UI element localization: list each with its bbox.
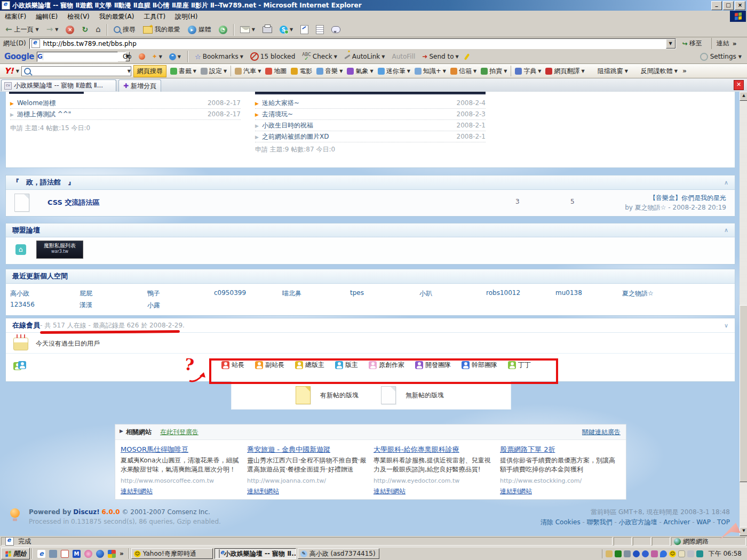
yahoo-antispyware-button[interactable]: 反間諜軟體▼ [631, 66, 679, 77]
google-go-button[interactable]: Go [121, 52, 134, 61]
collapse-chevron-icon[interactable]: ∧ [724, 179, 728, 186]
quicklaunch-icon[interactable] [96, 550, 104, 558]
start-button[interactable]: 開始 [1, 548, 30, 559]
clear-cookies-link[interactable]: 清除 Cookies [541, 518, 581, 526]
google-search-field[interactable]: G ▼ [37, 52, 118, 62]
user-space-link[interactable]: tpes [350, 289, 364, 297]
close-button[interactable] [735, 1, 745, 10]
scroll-down-button[interactable]: ▼ [740, 527, 747, 536]
thread-link[interactable]: 去清境玩~ [262, 110, 452, 119]
tab-active[interactable]: cv 小政娛樂論壇 -- 寵物 Ⅱ遊戲 Ⅱ... [1, 79, 116, 91]
menu-file[interactable]: 檔案(F) [0, 11, 31, 22]
ad-goto-link[interactable]: 連結到網站 [500, 487, 532, 496]
print-button[interactable] [259, 25, 275, 34]
forum-link[interactable]: CSS 交流語法區 [47, 198, 99, 207]
links-label[interactable]: 連結 [711, 38, 733, 49]
quicklaunch-icon[interactable] [61, 550, 69, 558]
yahoo-settings-button[interactable]: 設定▼ [199, 66, 228, 77]
edit-button[interactable] [297, 24, 312, 35]
media-button[interactable]: ▸媒體 [185, 24, 214, 35]
tray-icon-purple[interactable] [651, 550, 658, 557]
stop-button[interactable]: × [62, 25, 77, 35]
yahoo-search-input[interactable] [33, 67, 126, 76]
yahoo-dictionary-button[interactable]: 字典▼ [513, 66, 543, 77]
yahoo-search-dropdown-icon[interactable]: ▼ [128, 69, 131, 74]
user-space-link[interactable]: robs10012 [486, 289, 520, 297]
taskbar-clock[interactable]: 下午 06:58 [705, 549, 746, 558]
archiver-link[interactable]: Archiver [664, 518, 690, 526]
user-space-link[interactable]: c0950399 [214, 289, 246, 297]
tabbar-close-button[interactable]: ✕ [734, 80, 744, 90]
yahoo-web-search-button[interactable]: 網頁搜尋 [133, 65, 166, 77]
history-button[interactable]: ◔ [216, 25, 231, 35]
collapse-chevron-icon[interactable]: ∧ [724, 227, 728, 234]
volume-icon[interactable] [606, 550, 613, 557]
user-space-link[interactable]: 小趴 [419, 289, 432, 298]
thread-link[interactable]: 之前網站被抓的圖片XD [262, 132, 452, 141]
google-search-input[interactable] [43, 52, 125, 61]
yahoo-movies-button[interactable]: 電影 [289, 66, 314, 77]
quicklaunch-icon[interactable]: M [73, 550, 81, 558]
yahoo-smiley-icon[interactable]: ☺ [669, 550, 676, 557]
yahoo-popup-blocker-button[interactable]: 阻擋跳窗▼ [587, 66, 630, 77]
ie-quicklaunch-icon[interactable]: e [37, 550, 45, 558]
top-link[interactable]: TOP [717, 518, 730, 526]
ad-goto-link[interactable]: 連結到網站 [247, 487, 279, 496]
yahoo-more-icon[interactable]: » [682, 67, 687, 75]
thread-link[interactable]: Welome游標 [17, 99, 203, 108]
user-space-link[interactable]: 高小政 [10, 289, 29, 298]
alliance-banner-image[interactable]: 魔獸私服列表 war3.tw [36, 241, 83, 259]
google-highlighter-button[interactable] [464, 52, 470, 61]
skype-toolbar-button[interactable]: S▼ [276, 25, 296, 35]
yahoo-weather-button[interactable]: 氣象▼ [345, 66, 375, 77]
google-settings-button[interactable]: Settings▼ [700, 53, 742, 61]
minimize-button[interactable] [711, 1, 722, 10]
ad-goto-link[interactable]: 連結到網站 [121, 487, 153, 496]
tray-ime-icon[interactable] [696, 550, 703, 557]
quicklaunch-icon[interactable] [49, 550, 57, 558]
discuss-button[interactable] [328, 25, 344, 34]
ad-goto-link[interactable]: 連結到網站 [374, 487, 406, 496]
yahoo-logo[interactable]: Y! [4, 66, 14, 76]
search-button[interactable]: 搜尋 [110, 24, 139, 35]
thread-link[interactable]: 小政生日時的祝福 [262, 121, 452, 130]
section-title[interactable]: 聯盟論壇 [12, 226, 40, 235]
yahoo-mail-button[interactable]: 信箱▼ [449, 66, 478, 77]
expand-chevron-icon[interactable]: ∨ [724, 322, 728, 329]
yahoo-auction-button[interactable]: 拍賣▼ [479, 66, 508, 77]
yahoo-logo-dropdown-icon[interactable]: ▼ [16, 69, 19, 74]
publish-ad-link[interactable]: 在此刊登廣告 [160, 428, 198, 437]
yahoo-music-button[interactable]: 音樂▼ [315, 66, 344, 77]
yahoo-knowledge-button[interactable]: 知識+▼ [413, 66, 448, 77]
user-space-link[interactable]: 漢漢 [80, 301, 92, 310]
quicklaunch-more-icon[interactable]: » [120, 550, 124, 557]
menu-help[interactable]: 說明(H) [170, 11, 202, 22]
user-space-link[interactable]: 屁屁 [80, 289, 92, 298]
address-dropdown-icon[interactable]: ▼ [666, 39, 676, 49]
google-search-type-select[interactable]: G [37, 53, 43, 60]
official-forum-link[interactable]: 小政官方論壇 [619, 518, 657, 526]
google-sendto-button[interactable]: ➜Send to▼ [420, 52, 460, 61]
tray-pen-icon[interactable] [687, 550, 694, 557]
forward-dropdown-icon[interactable]: ▼ [55, 27, 58, 32]
computer-icon[interactable] [624, 550, 631, 557]
notes-button[interactable] [313, 24, 327, 35]
keyword-ads-link[interactable]: 關鍵連結廣告 [582, 428, 621, 437]
tray-icon-a[interactable] [633, 550, 640, 557]
ad-title-link[interactable]: MOSOR馬仕得咖啡豆 [121, 445, 188, 453]
section-title[interactable]: 『 政，語法館 』 [12, 178, 75, 187]
task-yahoo-messenger[interactable]: ☺ Yahoo!奇摩即時通 [131, 548, 213, 559]
go-button[interactable]: ↪移至 [679, 38, 706, 49]
address-field[interactable]: ▼ [29, 38, 676, 49]
ad-title-link[interactable]: 股票網路下單 2折 [500, 445, 555, 453]
discuz-brand[interactable]: Discuz! [73, 508, 99, 516]
scroll-up-button[interactable]: ▲ [740, 92, 747, 101]
mail-dropdown-icon[interactable]: ▼ [252, 27, 255, 32]
tray-mail-icon[interactable] [678, 550, 685, 557]
forward-button[interactable]: →▼ [43, 25, 62, 35]
back-button[interactable]: ←上一頁▼ [2, 24, 42, 35]
contact-us-link[interactable]: 聯繫我們 [587, 518, 613, 526]
ad-title-link[interactable]: 喬安旅遊 - 金典中國新遊蹤 [247, 445, 330, 453]
google-star-button[interactable]: ✦▼ [150, 52, 164, 61]
google-autofill-button[interactable]: AutoFill [390, 52, 417, 61]
